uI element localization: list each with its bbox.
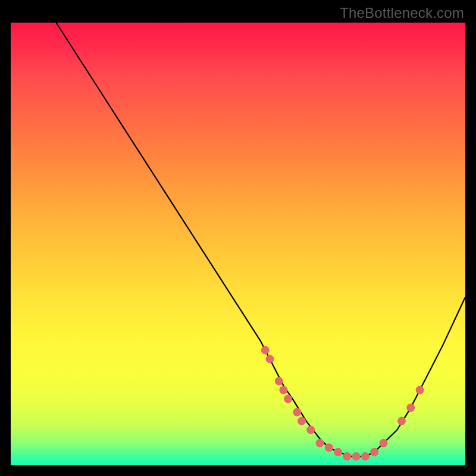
watermark-text: TheBottleneck.com [340,5,464,21]
data-marker [380,439,388,447]
data-marker [352,452,361,461]
data-marker [298,417,306,425]
chart-svg [11,23,465,465]
data-marker [261,346,270,355]
data-marker [284,394,292,403]
data-marker [416,386,424,394]
bottleneck-curve [56,23,465,456]
data-marker [293,408,301,416]
data-marker [306,426,315,434]
marker-layer [261,346,424,461]
data-marker [325,443,333,452]
data-marker [343,452,351,461]
data-marker [275,377,283,386]
data-marker [397,417,406,425]
data-marker [279,386,287,394]
data-marker [334,448,342,456]
data-marker [406,403,415,412]
data-marker [266,355,274,363]
data-marker [370,448,378,456]
data-marker [316,439,324,447]
data-marker [361,452,369,461]
chart-area [11,23,465,465]
